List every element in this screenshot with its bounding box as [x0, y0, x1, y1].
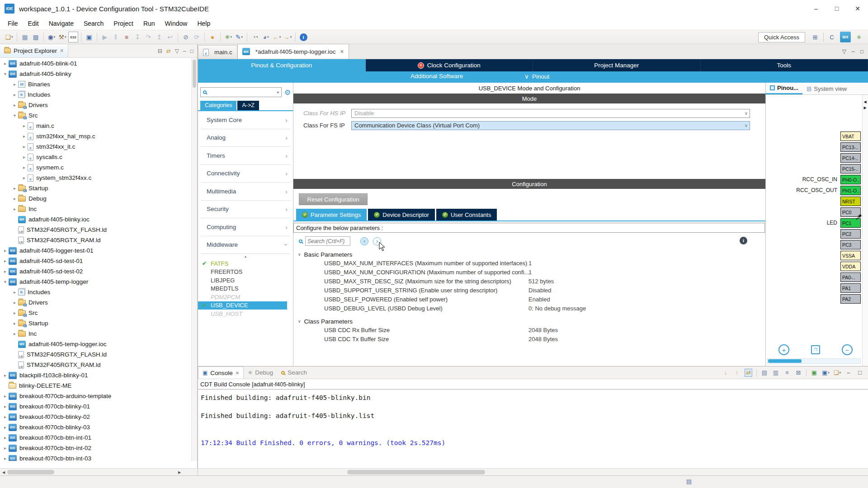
- expand-icon[interactable]: ▸: [11, 300, 18, 305]
- quick-access-box[interactable]: Quick Access: [758, 32, 805, 42]
- info-icon[interactable]: i: [298, 32, 308, 42]
- expand-icon[interactable]: ▸: [2, 404, 9, 409]
- view-menu-icon[interactable]: ▽: [175, 48, 179, 54]
- menu-project[interactable]: Project: [108, 18, 138, 29]
- terminate-icon[interactable]: ■: [122, 32, 132, 42]
- c-cpp-perspective-icon[interactable]: C: [826, 32, 837, 42]
- category-multimedia[interactable]: Multimedia›: [201, 183, 290, 201]
- param-row[interactable]: USBD_SUPPORT_USER_STRING (Enable user st…: [293, 286, 765, 295]
- expand-icon[interactable]: ▸: [2, 394, 9, 399]
- step-return-icon[interactable]: ↥: [154, 32, 164, 42]
- expand-icon[interactable]: ▸: [21, 134, 28, 139]
- explorer-horizontal-scrollbar[interactable]: ◀ ▶: [0, 468, 198, 475]
- scroll-left-icon[interactable]: ◀: [0, 469, 7, 475]
- maximize-view-icon[interactable]: □: [860, 48, 863, 55]
- expand-icon[interactable]: ▸: [2, 456, 9, 461]
- expand-icon[interactable]: ▸: [2, 425, 9, 430]
- tree-item-stm32f405rgtx-flash-ld[interactable]: LDSTM32F405RGTX_FLASH.ld: [0, 225, 191, 235]
- pin-ph0-o[interactable]: PH0-O..: [840, 175, 861, 184]
- restart-icon[interactable]: ⟳: [192, 32, 202, 42]
- tree-item-blinky-delete-me[interactable]: blinky-DELETE-ME: [0, 380, 191, 391]
- view-menu-icon[interactable]: ▽: [842, 48, 846, 55]
- pin-console-icon[interactable]: ▤: [761, 369, 768, 377]
- console-horizontal-scrollbar[interactable]: [198, 468, 868, 475]
- category-connectivity[interactable]: Connectivity›: [201, 165, 290, 183]
- middleware-mbedtls[interactable]: MBEDTLS: [198, 285, 287, 293]
- scrollbar-thumb[interactable]: [768, 359, 802, 363]
- close-icon[interactable]: ✕: [236, 371, 239, 375]
- tree-item-src[interactable]: ▾Src: [0, 110, 191, 121]
- expand-icon[interactable]: ▸: [2, 258, 9, 263]
- expand-icon[interactable]: ▸: [11, 206, 18, 211]
- open-console-icon[interactable]: ▣▾: [822, 369, 830, 377]
- collapse-icon[interactable]: ▾: [2, 279, 9, 284]
- back-icon[interactable]: ←▾: [272, 32, 282, 42]
- expand-icon[interactable]: ▸: [11, 82, 18, 87]
- ioc-tab-project-manager[interactable]: Project Manager: [533, 59, 701, 71]
- scroll-to-top-icon[interactable]: ↑: [733, 369, 741, 377]
- category-analog[interactable]: Analog›: [201, 129, 290, 147]
- expand-icon[interactable]: ▸: [11, 290, 18, 295]
- tree-item-stm32f405rgtx-ram-ld[interactable]: LDSTM32F405RGTX_RAM.ld: [0, 235, 191, 245]
- suspend-icon[interactable]: ‖: [111, 32, 121, 42]
- scrollbar-thumb[interactable]: [7, 470, 54, 474]
- info-icon[interactable]: i: [740, 237, 747, 244]
- parameter-search-input[interactable]: [305, 236, 350, 246]
- category-computing[interactable]: Computing›: [201, 218, 290, 236]
- tree-item-sysmem-c[interactable]: ▸csysmem.c: [0, 162, 191, 173]
- forward-icon[interactable]: →▾: [283, 32, 292, 42]
- link-with-editor-icon[interactable]: ⇄: [166, 48, 171, 54]
- tab-system-view[interactable]: ▤ System view: [802, 83, 851, 94]
- maximize-view-icon[interactable]: □: [190, 48, 193, 54]
- save-all-icon[interactable]: ▩: [31, 32, 41, 42]
- pinout-vertical-scrollbar[interactable]: [862, 95, 868, 366]
- pin-vssa[interactable]: VSSA: [840, 251, 861, 260]
- pin-pa2[interactable]: PA2: [840, 294, 861, 304]
- tree-item-adafruit-f405-blinky-ioc[interactable]: MXadafruit-f405-blinky.ioc: [0, 214, 191, 225]
- param-row[interactable]: USBD_DEBUG_LEVEL (USBD Debug Level)0: No…: [293, 304, 765, 313]
- step-over-icon[interactable]: ↷: [143, 32, 153, 42]
- expand-icon[interactable]: ▸: [21, 175, 28, 180]
- expand-icon[interactable]: ▸: [2, 269, 9, 274]
- word-wrap-icon[interactable]: ≡: [783, 369, 791, 377]
- tree-item-main-c[interactable]: ▸cmain.c: [0, 121, 191, 131]
- tree-item-adafruit-f405-logger-test-01[interactable]: ▸IDEadafruit-f405-logger-test-01: [0, 245, 191, 256]
- param-row[interactable]: USB CDC Rx Buffer Size2048 Bytes: [293, 325, 765, 334]
- tree-item-stm32f4xx-hal-msp-c[interactable]: ▸cstm32f4xx_hal_msp.c: [0, 131, 191, 141]
- scroll-lock-icon[interactable]: ▥: [772, 369, 779, 377]
- tree-item-adafruit-f405-sd-test-01[interactable]: ▸IDEadafruit-f405-sd-test-01: [0, 256, 191, 266]
- pin-pa0[interactable]: PA0-..: [840, 272, 861, 282]
- middleware-libjpeg[interactable]: LIBJPEG: [198, 276, 287, 285]
- param-value[interactable]: 2048 Bytes: [528, 336, 558, 343]
- scrollbar-thumb[interactable]: [193, 60, 196, 88]
- tree-item-adafruit-f405-blinky[interactable]: ▾IDEadafruit-f405-blinky: [0, 69, 191, 79]
- category-middleware[interactable]: Middleware›: [201, 236, 290, 254]
- param-row[interactable]: USBD_MAX_NUM_INTERFACES (Maximum number …: [293, 258, 765, 267]
- minimize-view-icon[interactable]: –: [852, 48, 855, 55]
- tab-pinout-view[interactable]: Pinou...: [766, 83, 802, 94]
- previous-match-button[interactable]: ‹: [360, 237, 368, 245]
- pin-pa1[interactable]: PA1: [840, 283, 861, 293]
- pin-vbat[interactable]: VBAT: [840, 131, 861, 141]
- middleware-usb-device[interactable]: ✔USB_DEVICE: [198, 301, 287, 310]
- tree-item-breakout-f070cb-blinky-02[interactable]: ▸IDEbreakout-f070cb-blinky-02: [0, 412, 191, 422]
- expand-icon[interactable]: ▸: [2, 435, 9, 440]
- additional-software-button[interactable]: Additional Software: [410, 73, 463, 80]
- menu-file[interactable]: File: [3, 18, 23, 29]
- console-tab-console[interactable]: ▣Console✕: [198, 366, 244, 379]
- collapse-icon[interactable]: ▾: [2, 71, 9, 76]
- config-tab-user-constants[interactable]: ✔User Constants: [436, 209, 497, 221]
- collapse-icon[interactable]: ▾: [11, 113, 18, 118]
- menu-run[interactable]: Run: [138, 18, 160, 29]
- param-value[interactable]: Enabled: [528, 296, 550, 303]
- tree-item-breakout-f070cb-arduino-template[interactable]: ▸IDEbreakout-f070cb-arduino-template: [0, 391, 191, 401]
- tree-item-includes[interactable]: ▸hIncludes: [0, 89, 191, 100]
- background-operations-icon[interactable]: ▤: [686, 478, 692, 485]
- minimize-window-button[interactable]: –: [806, 0, 826, 17]
- expand-icon[interactable]: ▸: [11, 331, 18, 336]
- expand-icon[interactable]: ▸: [11, 92, 18, 97]
- category-timers[interactable]: Timers›: [201, 147, 290, 165]
- pin-pc13[interactable]: PC13-..: [840, 142, 861, 152]
- fit-view-button[interactable]: ❐: [811, 345, 820, 354]
- coverage-icon[interactable]: ◔▾: [250, 32, 260, 42]
